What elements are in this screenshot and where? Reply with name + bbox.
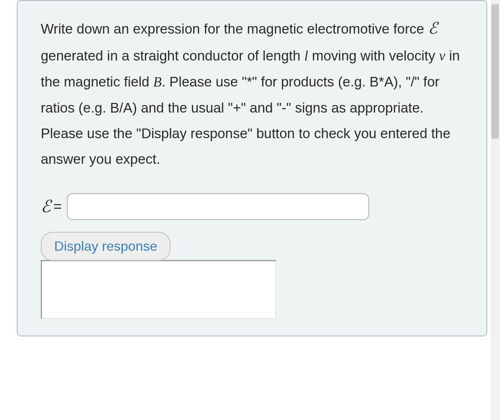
question-text: Write down an expression for the magneti… [41,13,463,172]
response-display-box [41,260,276,319]
velocity-symbol: v [439,48,445,63]
scrollbar-track[interactable] [491,0,500,336]
question-panel: Write down an expression for the magneti… [17,0,487,336]
question-part1: Write down an expression for the magneti… [41,21,428,37]
answer-input[interactable] [67,193,369,220]
question-part2: generated in a straight conductor of len… [41,48,304,63]
emf-symbol: ℰ [428,19,438,37]
answer-emf-symbol: ℰ [41,197,51,216]
question-part3: moving with velocity [308,48,439,63]
equals-sign: = [53,198,62,215]
answer-label: ℰ = [41,197,62,216]
scrollbar-thumb[interactable] [491,4,499,139]
display-response-button[interactable]: Display response [41,232,171,261]
field-symbol: B [153,74,162,89]
answer-row: ℰ = [41,193,463,220]
length-symbol: l [304,48,308,63]
